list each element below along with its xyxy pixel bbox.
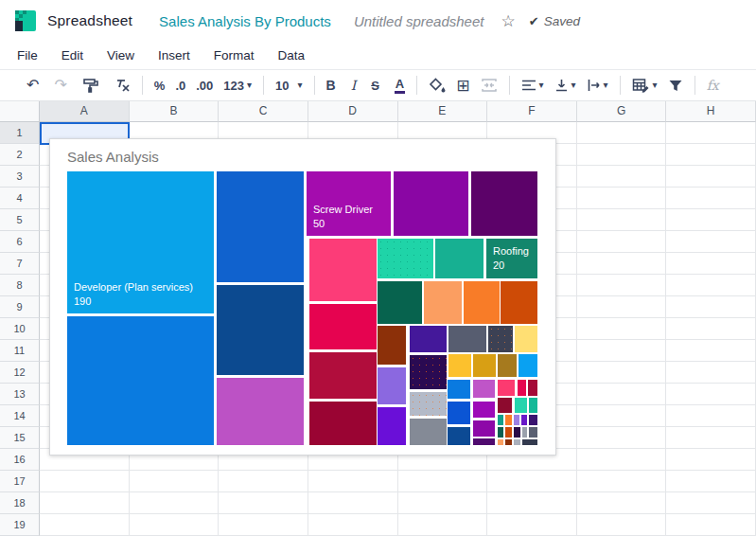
text-wrap-button[interactable]: ▾ [587, 79, 608, 92]
menu-item-file[interactable]: File [17, 48, 38, 63]
grid-cell-H9[interactable] [666, 296, 756, 318]
horizontal-align-button[interactable]: ▾ [521, 79, 544, 92]
grid-cell-H3[interactable] [666, 166, 756, 188]
row-header-11[interactable]: 11 [0, 340, 40, 362]
column-header-a[interactable]: A [40, 101, 130, 122]
doc-title[interactable]: Sales Analysis By Products [159, 13, 331, 29]
column-header-e[interactable]: E [398, 101, 488, 122]
grid-cell-G3[interactable] [577, 166, 667, 188]
grid-cell-H2[interactable] [666, 144, 756, 166]
grid-cell-H5[interactable] [666, 209, 756, 231]
grid-cell-H17[interactable] [666, 471, 756, 492]
row-header-14[interactable]: 14 [0, 405, 40, 427]
grid-cell-E18[interactable] [398, 492, 488, 514]
row-header-1[interactable]: 1 [0, 122, 40, 144]
row-header-13[interactable]: 13 [0, 384, 40, 405]
grid-cell-D17[interactable] [308, 471, 398, 492]
borders-icon[interactable]: ⊞ [456, 78, 469, 94]
row-header-17[interactable]: 17 [0, 471, 40, 492]
grid-cell-G2[interactable] [577, 144, 667, 166]
increase-decimals-button[interactable]: .00 [196, 80, 213, 92]
menu-item-format[interactable]: Format [214, 48, 255, 63]
clear-format-icon[interactable] [114, 78, 131, 93]
grid-cell-G4[interactable] [577, 188, 667, 209]
grid-cell-H14[interactable] [666, 405, 756, 427]
grid-cell-H1[interactable] [666, 122, 756, 144]
grid-cell-E17[interactable] [398, 471, 488, 492]
text-color-button[interactable]: A [395, 78, 405, 94]
paint-format-icon[interactable] [82, 78, 99, 93]
grid-cell-G10[interactable] [577, 318, 667, 340]
column-header-f[interactable]: F [487, 101, 577, 122]
grid-cell-H10[interactable] [666, 318, 756, 340]
more-formats-button[interactable]: 123 ▾ [223, 80, 252, 92]
grid-cell-G9[interactable] [577, 296, 667, 318]
grid-cell-C19[interactable] [219, 514, 308, 536]
grid-cell-D18[interactable] [308, 492, 398, 514]
grid-cell-B19[interactable] [130, 514, 220, 536]
row-header-3[interactable]: 3 [0, 166, 40, 188]
grid-cell-H16[interactable] [666, 449, 756, 471]
redo-icon[interactable]: ↷ [54, 78, 66, 93]
grid-cell-H18[interactable] [666, 492, 756, 514]
bold-button[interactable]: B [326, 79, 336, 92]
grid-cell-B18[interactable] [130, 492, 220, 514]
star-icon[interactable]: ☆ [501, 13, 515, 29]
row-header-12[interactable]: 12 [0, 362, 40, 384]
column-header-b[interactable]: B [130, 101, 220, 122]
row-header-7[interactable]: 7 [0, 253, 40, 275]
row-header-5[interactable]: 5 [0, 209, 40, 231]
grid-cell-A19[interactable] [40, 514, 130, 536]
chart-panel[interactable]: Sales Analysis Developer (Plan services)… [49, 138, 556, 456]
undo-icon[interactable]: ↶ [26, 78, 39, 93]
merge-cells-icon[interactable] [481, 78, 498, 93]
grid-cell-C17[interactable] [219, 471, 308, 492]
grid-cell-F18[interactable] [487, 492, 577, 514]
row-header-16[interactable]: 16 [0, 449, 40, 471]
grid-cell-H15[interactable] [666, 427, 756, 449]
grid-cell-G19[interactable] [577, 514, 667, 536]
row-header-18[interactable]: 18 [0, 492, 40, 514]
row-header-15[interactable]: 15 [0, 427, 40, 449]
grid-cell-G16[interactable] [577, 449, 667, 471]
grid-cell-H13[interactable] [666, 384, 756, 405]
grid-cell-G13[interactable] [577, 384, 667, 405]
column-header-c[interactable]: C [219, 101, 308, 122]
italic-button[interactable]: I [351, 79, 357, 92]
grid-cell-G6[interactable] [577, 231, 667, 253]
column-header-d[interactable]: D [308, 101, 398, 122]
table-edit-button[interactable]: ▾ [632, 78, 658, 93]
grid-cell-G14[interactable] [577, 405, 667, 427]
grid-cell-G11[interactable] [577, 340, 667, 362]
formula-bar-fx[interactable]: fx [707, 78, 719, 93]
grid-cell-C18[interactable] [219, 492, 308, 514]
font-size-selector[interactable]: 10 ▾ [275, 80, 303, 92]
grid-cell-G8[interactable] [577, 275, 667, 296]
menu-item-data[interactable]: Data [278, 48, 306, 63]
menu-item-insert[interactable]: Insert [158, 48, 190, 63]
row-header-19[interactable]: 19 [0, 514, 40, 536]
grid-cell-A17[interactable] [40, 471, 130, 492]
decrease-decimals-button[interactable]: .0 [175, 80, 185, 92]
grid-cell-H4[interactable] [666, 188, 756, 209]
grid-cell-B17[interactable] [130, 471, 220, 492]
menu-item-edit[interactable]: Edit [62, 48, 83, 63]
grid-cell-G7[interactable] [577, 253, 667, 275]
grid-cell-D19[interactable] [308, 514, 398, 536]
row-header-4[interactable]: 4 [0, 188, 40, 209]
grid-cell-H12[interactable] [666, 362, 756, 384]
grid-cell-F17[interactable] [487, 471, 577, 492]
grid-cell-F19[interactable] [487, 514, 577, 536]
row-header-9[interactable]: 9 [0, 296, 40, 318]
row-header-6[interactable]: 6 [0, 231, 40, 253]
row-header-2[interactable]: 2 [0, 144, 40, 166]
row-header-8[interactable]: 8 [0, 275, 40, 296]
filter-icon[interactable] [668, 79, 683, 93]
grid-cell-H8[interactable] [666, 275, 756, 296]
select-all-corner[interactable] [0, 101, 40, 122]
grid-cell-G12[interactable] [577, 362, 667, 384]
grid-cell-A18[interactable] [40, 492, 130, 514]
grid-cell-H19[interactable] [666, 514, 756, 536]
fill-color-icon[interactable] [429, 78, 446, 93]
strikethrough-button[interactable]: S [371, 80, 379, 92]
